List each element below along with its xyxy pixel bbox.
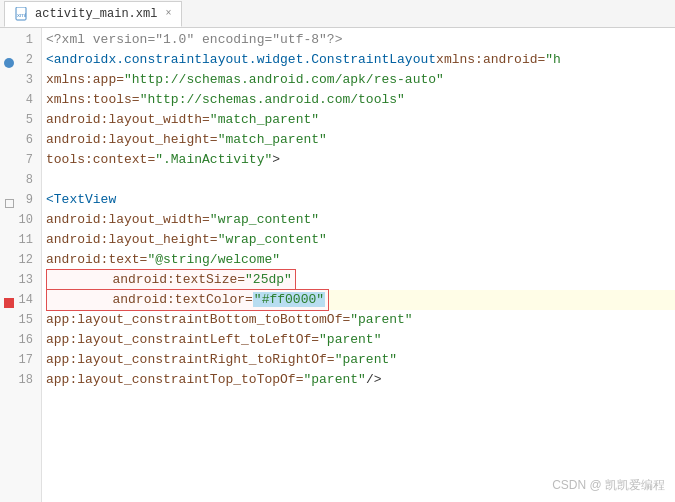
code-line-5: android:layout_width="match_parent"	[46, 110, 675, 130]
code-editor: 123456789101112131415161718 <?xml versio…	[0, 28, 675, 502]
line-number-1: 1	[0, 30, 41, 50]
code-line-18: app:layout_constraintTop_toTopOf="parent…	[46, 370, 675, 390]
activity-main-tab[interactable]: xml activity_main.xml ×	[4, 1, 182, 27]
line-number-7: 7	[0, 150, 41, 170]
line-number-15: 15	[0, 310, 41, 330]
code-line-8	[46, 170, 675, 190]
red-indicator	[4, 298, 14, 308]
tab-bar: xml activity_main.xml ×	[0, 0, 675, 28]
code-line-4: xmlns:tools="http://schemas.android.com/…	[46, 90, 675, 110]
line-number-18: 18	[0, 370, 41, 390]
line-number-gutter: 123456789101112131415161718	[0, 28, 42, 502]
line-number-3: 3	[0, 70, 41, 90]
code-line-3: xmlns:app="http://schemas.android.com/ap…	[46, 70, 675, 90]
line-number-12: 12	[0, 250, 41, 270]
line-number-17: 17	[0, 350, 41, 370]
empty-indicator	[5, 199, 14, 208]
line-number-8: 8	[0, 170, 41, 190]
blue-indicator	[4, 58, 14, 68]
line-number-16: 16	[0, 330, 41, 350]
tab-close-button[interactable]: ×	[165, 8, 171, 19]
code-line-11: android:layout_height="wrap_content"	[46, 230, 675, 250]
code-line-1: <?xml version="1.0" encoding="utf-8"?>	[46, 30, 675, 50]
line-number-4: 4	[0, 90, 41, 110]
code-line-9: <TextView	[46, 190, 675, 210]
code-line-12: android:text="@string/welcome"	[46, 250, 675, 270]
code-line-6: android:layout_height="match_parent"	[46, 130, 675, 150]
code-line-17: app:layout_constraintRight_toRightOf="pa…	[46, 350, 675, 370]
line-number-9: 9	[0, 190, 41, 210]
line-number-13: 13	[0, 270, 41, 290]
line-number-2: 2	[0, 50, 41, 70]
code-line-2: <androidx.constraintlayout.widget.Constr…	[46, 50, 675, 70]
editor-wrapper: 123456789101112131415161718 <?xml versio…	[0, 28, 675, 502]
boxed-content: android:textSize="25dp"	[46, 269, 296, 291]
line-number-14: 14	[0, 290, 41, 310]
code-content[interactable]: <?xml version="1.0" encoding="utf-8"?><a…	[42, 28, 675, 502]
code-line-15: app:layout_constraintBottom_toBottomOf="…	[46, 310, 675, 330]
line-number-11: 11	[0, 230, 41, 250]
line-number-6: 6	[0, 130, 41, 150]
xml-file-icon: xml	[15, 7, 29, 21]
code-line-10: android:layout_width="wrap_content"	[46, 210, 675, 230]
tab-label: activity_main.xml	[35, 7, 157, 21]
line-number-5: 5	[0, 110, 41, 130]
code-line-13: android:textSize="25dp"	[46, 270, 675, 290]
code-line-7: tools:context=".MainActivity">	[46, 150, 675, 170]
svg-text:xml: xml	[17, 12, 26, 18]
line-number-10: 10	[0, 210, 41, 230]
boxed-content: android:textColor="#ff0000"	[46, 289, 329, 311]
code-line-14: android:textColor="#ff0000"	[46, 290, 675, 310]
code-line-16: app:layout_constraintLeft_toLeftOf="pare…	[46, 330, 675, 350]
